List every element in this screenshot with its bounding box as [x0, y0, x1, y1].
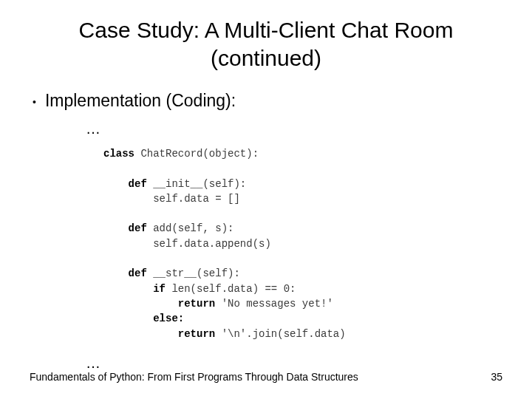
kw-if: if [103, 283, 166, 295]
code-block: class ChatRecord(object): def __init__(s… [30, 146, 532, 341]
kw-def-add: def [103, 222, 147, 234]
kw-def-str: def [103, 267, 147, 279]
code-l6b: __str__(self): [147, 267, 240, 279]
code-l3: self.data = [] [103, 193, 240, 205]
bullet-dot-icon: • [30, 91, 36, 113]
ellipsis-top: … [30, 120, 532, 137]
slide-body: • Implementation (Coding): … class ChatR… [0, 72, 532, 372]
kw-return-2: return [103, 328, 215, 340]
code-l5: self.data.append(s) [103, 238, 271, 250]
footer: Fundamentals of Python: From First Progr… [30, 371, 502, 383]
kw-class: class [103, 148, 134, 160]
code-l7b: len(self.data) == 0: [166, 283, 296, 295]
bullet-text: Implementation (Coding): [45, 91, 236, 111]
code-l1b: ChatRecord(object): [134, 148, 259, 160]
footer-source: Fundamentals of Python: From First Progr… [30, 371, 358, 383]
slide-title: Case Study: A Multi-Client Chat Room (co… [0, 0, 532, 72]
code-l10b: '\n'.join(self.data) [215, 328, 345, 340]
code-l2b: __init__(self): [147, 178, 246, 190]
ellipsis-bottom: … [30, 355, 532, 372]
code-l4b: add(self, s): [147, 222, 234, 234]
title-line-1: Case Study: A Multi-Client Chat Room [79, 18, 454, 42]
bullet-item: • Implementation (Coding): [30, 91, 532, 113]
code-l8b: 'No messages yet!' [215, 298, 333, 310]
kw-else: else: [103, 313, 184, 324]
slide: Case Study: A Multi-Client Chat Room (co… [0, 0, 532, 399]
kw-return-1: return [103, 298, 215, 310]
page-number: 35 [491, 371, 502, 383]
kw-def-init: def [103, 178, 147, 190]
title-line-2: (continued) [211, 46, 321, 70]
